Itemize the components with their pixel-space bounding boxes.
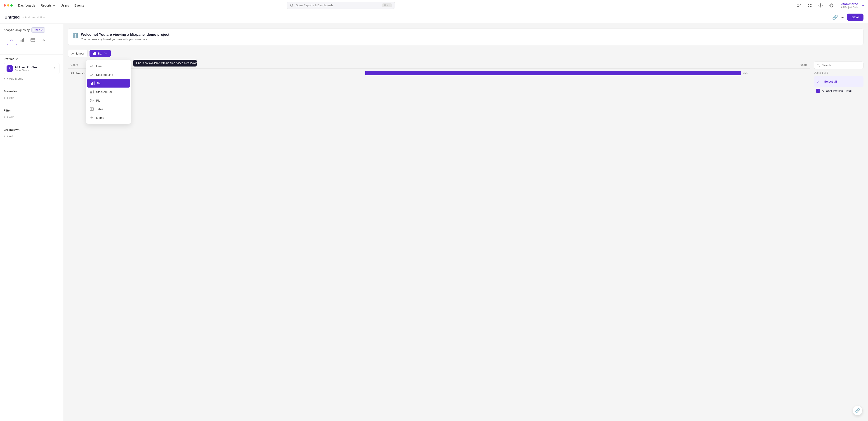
welcome-title: Welcome! You are viewing a Mixpanel demo…	[81, 33, 169, 37]
bar-icon	[93, 52, 96, 55]
divider-1	[0, 54, 63, 55]
add-breakdown-button[interactable]: + + Add	[4, 134, 59, 139]
dropdown-line[interactable]: Line	[86, 62, 131, 71]
formulas-header: Formulas	[4, 90, 59, 93]
row-count: 25K	[743, 72, 748, 75]
add-metric-button[interactable]: + + Add Metric	[4, 76, 59, 81]
link-icon[interactable]: 🔗	[832, 15, 838, 20]
metric-info: All User Profiles Count Total	[15, 65, 37, 72]
dropdown-stacked-line[interactable]: Stacked Line	[86, 71, 131, 79]
profiles-header[interactable]: Profiles	[4, 57, 59, 61]
profiles-section: Profiles A All User Profiles Count Total…	[0, 57, 63, 84]
divider-2	[0, 87, 63, 87]
search-input-box[interactable]	[814, 61, 864, 69]
metric-card: A All User Profiles Count Total ⋮	[4, 63, 59, 74]
save-button[interactable]: Save	[847, 13, 864, 21]
metric-icon	[90, 116, 94, 120]
chart-toolbar-container: Linear Bar Line	[68, 50, 864, 57]
profiles-chevron-icon	[16, 58, 18, 60]
svg-rect-20	[95, 52, 96, 55]
tab-line-chart[interactable]	[7, 36, 17, 45]
pie-icon	[90, 99, 94, 103]
svg-rect-12	[23, 38, 24, 41]
tab-table[interactable]	[28, 36, 37, 45]
select-all-label: Select all	[822, 78, 839, 85]
dropdown-pie[interactable]: Pie	[86, 96, 131, 105]
table-row: All User Profiles - T... 25K	[68, 68, 810, 78]
svg-rect-23	[94, 81, 94, 85]
header-actions: 🔗 ··· Save	[832, 13, 864, 21]
metric-sub[interactable]: Count Total	[15, 69, 37, 72]
filter-item-0[interactable]: ✓ All User Profiles - Total	[814, 87, 864, 94]
chart-type-dropdown: Line Stacked Line Bar	[86, 60, 131, 124]
metric-name: All User Profiles	[15, 65, 37, 69]
dropdown-stacked-bar[interactable]: Stacked Bar	[86, 88, 131, 96]
row-bar-container: 25K	[365, 71, 807, 75]
filter-section: Filter + + Add	[0, 109, 63, 122]
project-chevron-icon	[862, 4, 864, 7]
dropdown-metric[interactable]: Metric	[86, 113, 131, 122]
notifications-icon[interactable]	[795, 2, 802, 9]
svg-rect-18	[93, 53, 94, 55]
nav-right: E-Commerce All Project Data	[795, 2, 864, 9]
panel-search-input[interactable]	[822, 63, 861, 67]
filter-item-0-check-icon: ✓	[816, 89, 820, 93]
svg-rect-24	[90, 92, 91, 93]
grid-icon[interactable]	[806, 2, 813, 9]
linear-button[interactable]: Linear	[68, 50, 88, 57]
help-icon[interactable]	[817, 2, 824, 9]
nav-events[interactable]: Events	[74, 4, 84, 7]
tab-bar-chart[interactable]	[18, 36, 27, 45]
project-selector[interactable]: E-Commerce All Project Data	[839, 2, 858, 8]
nav-dashboards[interactable]: Dashboards	[18, 4, 35, 7]
metric-left: A All User Profiles Count Total	[6, 65, 37, 72]
metric-avatar: A	[6, 65, 13, 72]
add-description[interactable]: + Add description...	[22, 16, 48, 19]
metric-more-button[interactable]: ⋮	[53, 66, 57, 71]
nav-reports[interactable]: Reports	[41, 4, 55, 7]
right-panel: Users 1 of 1 ✓ Select all ✓ All User Pro…	[814, 61, 864, 94]
nav-users[interactable]: Users	[61, 4, 69, 7]
svg-rect-19	[94, 52, 95, 55]
dropdown-table[interactable]: Table	[86, 105, 131, 113]
close-dot	[4, 4, 6, 6]
fab-link-button[interactable]: 🔗	[852, 405, 863, 416]
panel-search-icon	[817, 64, 820, 67]
welcome-text: Welcome! You are viewing a Mixpanel demo…	[81, 33, 169, 41]
select-all-item[interactable]: ✓ Select all	[814, 76, 864, 87]
svg-rect-3	[808, 4, 809, 5]
global-search[interactable]: Open Reports & Dashboards ⌘ + K	[287, 2, 395, 9]
svg-rect-27	[91, 91, 92, 92]
bar-button[interactable]: Bar	[90, 50, 111, 57]
project-name: E-Commerce	[839, 2, 858, 6]
col-value-header: Value	[365, 63, 807, 66]
analyze-row: Analyze Uniques by User	[4, 27, 59, 33]
svg-rect-29	[93, 90, 94, 91]
line-chart-icon	[90, 64, 94, 68]
window-controls	[4, 4, 13, 6]
stacked-bar-icon	[90, 90, 94, 94]
add-filter-button[interactable]: + + Add	[4, 114, 59, 120]
add-formula-button[interactable]: + + Add	[4, 95, 59, 101]
analyze-label: Analyze Uniques by	[4, 28, 30, 32]
dropdown-bar[interactable]: Bar	[87, 79, 130, 88]
svg-rect-31	[90, 108, 94, 110]
filter-item-0-label: All User Profiles - Total	[822, 89, 851, 92]
svg-rect-26	[91, 92, 92, 93]
page-body: Analyze Uniques by User	[0, 24, 868, 421]
svg-rect-1	[797, 5, 799, 6]
search-placeholder: Open Reports & Dashboards	[296, 4, 380, 7]
page-header: Untitled + Add description... 🔗 ··· Save	[0, 11, 868, 24]
tab-dots[interactable]	[38, 36, 48, 45]
tooltip: Line is not available with no time based…	[133, 60, 197, 66]
svg-rect-13	[31, 38, 35, 41]
welcome-banner: ℹ️ Welcome! You are viewing a Mixpanel d…	[68, 28, 864, 45]
settings-icon[interactable]	[828, 2, 835, 9]
svg-rect-22	[92, 82, 93, 85]
svg-rect-5	[808, 6, 809, 7]
more-options-icon[interactable]: ···	[841, 15, 844, 20]
chart-type-tabs	[4, 36, 59, 45]
formulas-section: Formulas + + Add	[0, 90, 63, 103]
table-icon	[90, 107, 94, 111]
user-selector[interactable]: User	[31, 27, 45, 33]
